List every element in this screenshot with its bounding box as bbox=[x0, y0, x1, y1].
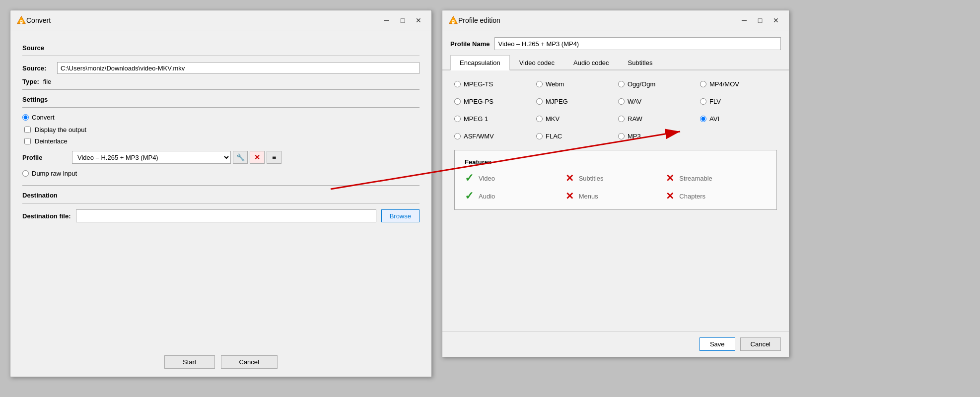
source-field-row: Source: bbox=[22, 62, 420, 74]
dump-raw-row: Dump raw input bbox=[22, 170, 420, 177]
svg-rect-2 bbox=[20, 21, 22, 22]
destination-input[interactable] bbox=[76, 209, 376, 222]
settings-top-divider bbox=[22, 89, 420, 90]
svg-rect-5 bbox=[452, 21, 454, 22]
profile-delete-button[interactable]: ✕ bbox=[250, 151, 265, 164]
destination-section-label: Destination bbox=[22, 192, 420, 199]
save-button[interactable]: Save bbox=[700, 337, 735, 351]
features-box: Features ✓ Video ✕ Subtitles ✕ bbox=[454, 150, 777, 210]
radio-mpeg1[interactable] bbox=[454, 116, 461, 122]
convert-radio[interactable] bbox=[22, 114, 29, 121]
option-avi: AVI bbox=[700, 115, 777, 123]
option-wav: WAV bbox=[618, 98, 695, 105]
option-asf-wmv: ASF/WMV bbox=[454, 132, 531, 140]
radio-flv[interactable] bbox=[700, 98, 706, 105]
profile-name-label: Profile Name bbox=[450, 40, 490, 48]
convert-close-button[interactable]: ✕ bbox=[412, 14, 425, 26]
type-label: Type: bbox=[22, 78, 39, 85]
profile-edit-button[interactable]: 🔧 bbox=[233, 151, 248, 164]
feature-menus-label: Menus bbox=[579, 193, 598, 200]
label-ogg-ogm: Ogg/Ogm bbox=[628, 80, 655, 88]
feature-streamable-label: Streamable bbox=[679, 175, 712, 182]
destination-divider bbox=[22, 203, 420, 203]
label-mp3: MP3 bbox=[628, 132, 641, 140]
type-field-row: Type: file bbox=[22, 78, 420, 85]
profile-bottom-buttons: Save Cancel bbox=[442, 331, 789, 357]
option-flac: FLAC bbox=[536, 132, 613, 140]
profile-edition-window: Profile edition ─ □ ✕ Profile Name Encap… bbox=[442, 10, 789, 357]
settings-divider bbox=[22, 107, 420, 108]
radio-wav[interactable] bbox=[618, 98, 625, 105]
convert-maximize-button[interactable]: □ bbox=[396, 14, 410, 26]
wrench-icon: 🔧 bbox=[236, 153, 245, 161]
profile-row: Profile Video – H.265 + MP3 (MP4) 🔧 ✕ ≡ bbox=[22, 151, 420, 164]
vlc-icon bbox=[16, 15, 26, 25]
radio-ogg-ogm[interactable] bbox=[618, 81, 625, 87]
profile-minimize-button[interactable]: ─ bbox=[737, 14, 751, 26]
option-ogg-ogm: Ogg/Ogm bbox=[618, 80, 695, 88]
radio-mp4-mov[interactable] bbox=[700, 81, 706, 87]
dump-raw-label: Dump raw input bbox=[32, 170, 77, 177]
profile-vlc-icon bbox=[448, 15, 458, 25]
destination-top-divider bbox=[22, 185, 420, 186]
radio-mpeg-ts[interactable] bbox=[454, 81, 461, 87]
radio-mkv[interactable] bbox=[536, 116, 543, 122]
destination-row: Destination file: Browse bbox=[22, 209, 420, 222]
radio-mpeg-ps[interactable] bbox=[454, 98, 461, 105]
radio-avi[interactable] bbox=[700, 116, 706, 122]
option-mpeg1: MPEG 1 bbox=[454, 115, 531, 123]
feature-audio-label: Audio bbox=[479, 193, 495, 200]
tabs-bar: Encapsulation Video codec Audio codec Su… bbox=[442, 55, 789, 70]
label-avi: AVI bbox=[709, 115, 719, 123]
profile-name-input[interactable] bbox=[494, 37, 781, 50]
display-output-checkbox[interactable] bbox=[24, 127, 31, 133]
convert-content: Source Source: Type: file Settings Conve… bbox=[10, 30, 431, 347]
feature-subtitles-label: Subtitles bbox=[579, 175, 604, 182]
profile-cancel-button[interactable]: Cancel bbox=[740, 337, 781, 351]
deinterlace-checkbox[interactable] bbox=[24, 138, 31, 144]
label-flv: FLV bbox=[709, 98, 721, 105]
feature-chapters-label: Chapters bbox=[679, 193, 705, 200]
profile-close-button[interactable]: ✕ bbox=[769, 14, 783, 26]
radio-raw[interactable] bbox=[618, 116, 625, 122]
audio-check-icon: ✓ bbox=[465, 191, 474, 201]
label-mpeg-ts: MPEG-TS bbox=[464, 80, 493, 88]
profile-name-row: Profile Name bbox=[442, 30, 789, 55]
radio-webm[interactable] bbox=[536, 81, 543, 87]
convert-title-bar: Convert ─ □ ✕ bbox=[10, 10, 431, 30]
profile-list-button[interactable]: ≡ bbox=[267, 151, 281, 164]
tab-video-codec[interactable]: Video codec bbox=[510, 55, 564, 70]
dump-raw-radio[interactable] bbox=[22, 170, 29, 177]
profile-select[interactable]: Video – H.265 + MP3 (MP4) bbox=[72, 151, 231, 164]
feature-video: ✓ Video bbox=[465, 173, 565, 184]
tab-audio-codec[interactable]: Audio codec bbox=[564, 55, 619, 70]
source-input[interactable] bbox=[57, 62, 420, 74]
start-button[interactable]: Start bbox=[164, 355, 214, 369]
radio-mjpeg[interactable] bbox=[536, 98, 543, 105]
label-mjpeg: MJPEG bbox=[546, 98, 568, 105]
tab-encapsulation[interactable]: Encapsulation bbox=[450, 55, 510, 70]
browse-button[interactable]: Browse bbox=[381, 209, 420, 222]
option-webm: Webm bbox=[536, 80, 613, 88]
tab-subtitles[interactable]: Subtitles bbox=[619, 55, 662, 70]
encapsulation-content: MPEG-TS Webm Ogg/Ogm MP4/MOV MPEG-P bbox=[442, 70, 789, 331]
radio-asf-wmv[interactable] bbox=[454, 133, 461, 139]
label-mpeg-ps: MPEG-PS bbox=[464, 98, 493, 105]
profile-maximize-button[interactable]: □ bbox=[753, 14, 767, 26]
label-mpeg1: MPEG 1 bbox=[464, 115, 488, 123]
settings-section-label: Settings bbox=[22, 96, 420, 103]
menus-cross-icon: ✕ bbox=[565, 191, 574, 201]
convert-minimize-button[interactable]: ─ bbox=[380, 14, 394, 26]
label-mkv: MKV bbox=[546, 115, 560, 123]
delete-icon: ✕ bbox=[254, 153, 260, 161]
option-raw: RAW bbox=[618, 115, 695, 123]
cancel-button[interactable]: Cancel bbox=[221, 355, 278, 369]
profile-title-bar: Profile edition ─ □ ✕ bbox=[442, 10, 789, 30]
radio-mp3[interactable] bbox=[618, 133, 625, 139]
radio-flac[interactable] bbox=[536, 133, 543, 139]
chapters-cross-icon: ✕ bbox=[666, 191, 674, 201]
option-mp4-mov: MP4/MOV bbox=[700, 80, 777, 88]
label-flac: FLAC bbox=[546, 132, 562, 140]
label-wav: WAV bbox=[628, 98, 641, 105]
option-empty bbox=[700, 132, 777, 140]
